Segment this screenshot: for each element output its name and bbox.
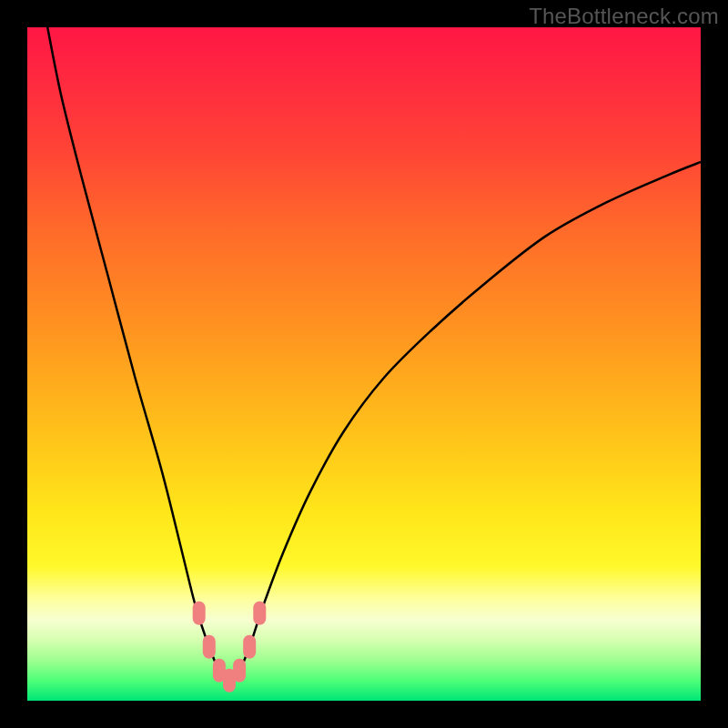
- chart-frame: TheBottleneck.com: [0, 0, 728, 728]
- marker-point: [193, 602, 206, 625]
- marker-point: [233, 659, 246, 682]
- curve-layer: [27, 27, 701, 701]
- marker-point: [253, 602, 266, 625]
- curve-markers: [193, 602, 267, 693]
- marker-point: [243, 635, 256, 659]
- plot-area: [27, 27, 701, 701]
- bottleneck-curve: [47, 27, 701, 681]
- watermark-text: TheBottleneck.com: [529, 4, 719, 29]
- marker-point: [203, 635, 216, 659]
